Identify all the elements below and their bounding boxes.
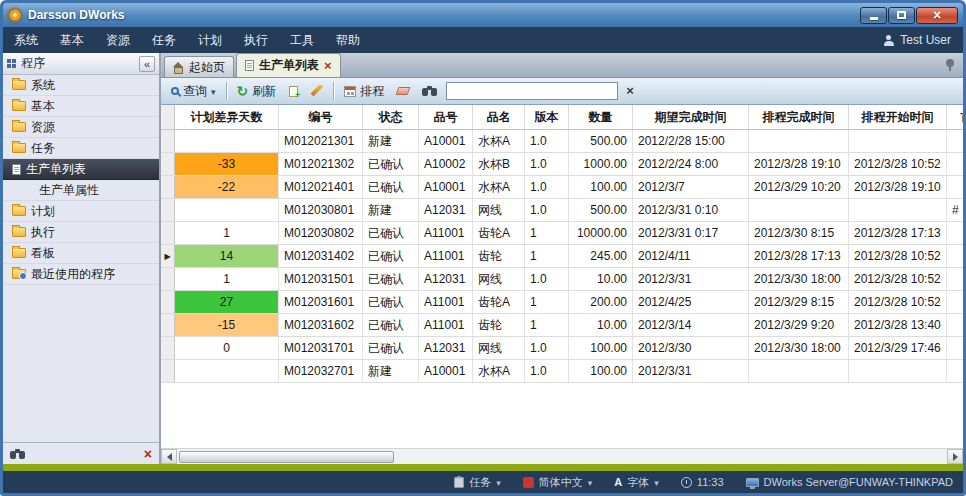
cell-sched_end: 2012/3/30 8:15 — [749, 222, 849, 244]
cell-item_no: A10002 — [419, 153, 473, 175]
maximize-button[interactable] — [888, 7, 915, 24]
sidebar-item-label: 资源 — [31, 119, 55, 136]
scroll-left-button[interactable] — [161, 449, 177, 464]
sidebar-item-execution[interactable]: 执行 — [3, 222, 159, 243]
cell-extra — [947, 268, 963, 290]
sidebar-item-basic[interactable]: 基本 — [3, 96, 159, 117]
refresh-button[interactable]: 刷新 — [232, 81, 282, 102]
sidebar-item-label: 基本 — [31, 98, 55, 115]
row-gutter — [161, 314, 175, 336]
cell-item_name: 水杯B — [473, 153, 525, 175]
cell-qty: 10.00 — [569, 268, 633, 290]
close-tab-icon[interactable] — [324, 59, 332, 73]
scroll-right-button[interactable] — [947, 449, 963, 464]
cell-extra — [947, 176, 963, 198]
sidebar-item-production-order-list[interactable]: 生产单列表 — [3, 159, 159, 180]
table-row[interactable]: -22M012021401已确认A10001水杯A1.0100.002012/3… — [161, 176, 963, 199]
tab-home[interactable]: 起始页 — [164, 56, 234, 77]
binoculars-icon — [422, 86, 438, 96]
menu-item-basic[interactable]: 基本 — [49, 27, 95, 53]
titlebar[interactable]: Darsson DWorks — [3, 3, 963, 27]
sidebar-item-recent-programs[interactable]: 最近使用的程序 — [3, 264, 159, 285]
edit-button[interactable] — [306, 81, 328, 102]
table-row[interactable]: M012032701新建A10001水杯A1.0100.002012/3/31 — [161, 360, 963, 383]
menu-item-tasks[interactable]: 任务 — [141, 27, 187, 53]
column-header-expect[interactable]: 期望完成时间 — [633, 105, 749, 129]
horizontal-scrollbar[interactable] — [161, 448, 963, 464]
chevron-down-icon — [654, 476, 659, 488]
column-header-qty[interactable]: 数量 — [569, 105, 633, 129]
cell-extra — [947, 337, 963, 359]
cell-expect: 2012/3/31 — [633, 360, 749, 382]
tab-production-order-list[interactable]: 生产单列表 — [236, 53, 341, 77]
table-row[interactable]: 0M012031701已确认A12031网线1.0100.002012/3/30… — [161, 337, 963, 360]
cell-sched_end: 2012/3/28 17:13 — [749, 245, 849, 267]
column-header-sched_start[interactable]: 排程开始时间 — [849, 105, 947, 129]
sidebar-item-label: 执行 — [31, 224, 55, 241]
cell-item_name: 齿轮A — [473, 291, 525, 313]
column-header-item_no[interactable]: 品号 — [419, 105, 473, 129]
table-row[interactable]: M012021301新建A10001水杯A1.0500.002012/2/28 … — [161, 130, 963, 153]
table-row[interactable]: -15M012031602已确认A11001齿轮110.002012/3/142… — [161, 314, 963, 337]
pin-icon[interactable] — [946, 59, 954, 67]
sidebar-item-system[interactable]: 系统 — [3, 75, 159, 96]
column-header-extra[interactable]: 首 — [947, 105, 963, 129]
table-row[interactable]: 1M012030802已确认A11001齿轮A110000.002012/3/3… — [161, 222, 963, 245]
new-button[interactable] — [284, 81, 303, 102]
find-bar-close-icon[interactable] — [144, 445, 152, 463]
menu-item-execution[interactable]: 执行 — [233, 27, 279, 53]
cell-expect: 2012/4/11 — [633, 245, 749, 267]
cell-sched_start: 2012/3/28 10:52 — [849, 268, 947, 290]
status-language-dropdown[interactable]: 简体中文 — [523, 475, 593, 490]
unschedule-button[interactable] — [392, 81, 414, 102]
column-header-item_name[interactable]: 品名 — [473, 105, 525, 129]
table-row[interactable]: -33M012021302已确认A10002水杯B1.01000.002012/… — [161, 153, 963, 176]
sidebar-item-kanban[interactable]: 看板 — [3, 243, 159, 264]
cell-number: M012031501 — [279, 268, 363, 290]
menu-item-tools[interactable]: 工具 — [279, 27, 325, 53]
table-row[interactable]: 14M012031402已确认A11001齿轮1245.002012/4/112… — [161, 245, 963, 268]
sidebar-item-tasks[interactable]: 任务 — [3, 138, 159, 159]
minimize-button[interactable] — [860, 7, 887, 24]
cell-expect: 2012/3/31 0:17 — [633, 222, 749, 244]
status-font-label: 字体 — [627, 475, 649, 490]
menu-item-system[interactable]: 系统 — [3, 27, 49, 53]
cell-sched_end: 2012/3/29 9:20 — [749, 314, 849, 336]
sidebar-item-resources[interactable]: 资源 — [3, 117, 159, 138]
sidebar-collapse-button[interactable] — [139, 56, 155, 72]
search-input[interactable] — [446, 82, 618, 100]
find-button[interactable] — [417, 81, 443, 102]
table-row[interactable]: M012030801新建A12031网线1.0500.002012/3/31 0… — [161, 199, 963, 222]
column-header-sched_end[interactable]: 排程完成时间 — [749, 105, 849, 129]
sidebar-item-planning[interactable]: 计划 — [3, 201, 159, 222]
status-font-dropdown[interactable]: 字体 — [614, 475, 658, 490]
column-header-diff[interactable]: 计划差异天数 — [175, 105, 279, 129]
menu-item-help[interactable]: 帮助 — [325, 27, 371, 53]
cell-expect: 2012/3/7 — [633, 176, 749, 198]
binoculars-icon[interactable] — [10, 449, 26, 459]
cell-sched_end: 2012/3/29 8:15 — [749, 291, 849, 313]
status-task-dropdown[interactable]: 任务 — [454, 475, 501, 490]
toolbar: 查询 刷新 排程 — [161, 78, 963, 105]
cell-diff: -33 — [175, 153, 279, 175]
cell-diff: -15 — [175, 314, 279, 336]
calendar-icon — [344, 86, 356, 97]
menu-item-resources[interactable]: 资源 — [95, 27, 141, 53]
menu-item-planning[interactable]: 计划 — [187, 27, 233, 53]
cell-extra — [947, 245, 963, 267]
table-row[interactable]: 1M012031501已确认A12031网线1.010.002012/3/312… — [161, 268, 963, 291]
column-header-number[interactable]: 编号 — [279, 105, 363, 129]
user-badge[interactable]: Test User — [883, 33, 963, 47]
user-icon — [883, 35, 895, 46]
table-row[interactable]: 27M012031601已确认A11001齿轮A1200.002012/4/25… — [161, 291, 963, 314]
schedule-button[interactable]: 排程 — [339, 81, 389, 102]
scrollbar-thumb[interactable] — [179, 451, 394, 463]
close-button[interactable] — [916, 7, 958, 24]
column-header-version[interactable]: 版本 — [525, 105, 569, 129]
document-icon — [12, 164, 21, 175]
query-button[interactable]: 查询 — [166, 81, 221, 102]
clear-search-button[interactable] — [621, 81, 639, 102]
refresh-icon — [237, 84, 249, 99]
sidebar-item-production-order-properties[interactable]: 生产单属性 — [3, 180, 159, 201]
column-header-status[interactable]: 状态 — [363, 105, 419, 129]
